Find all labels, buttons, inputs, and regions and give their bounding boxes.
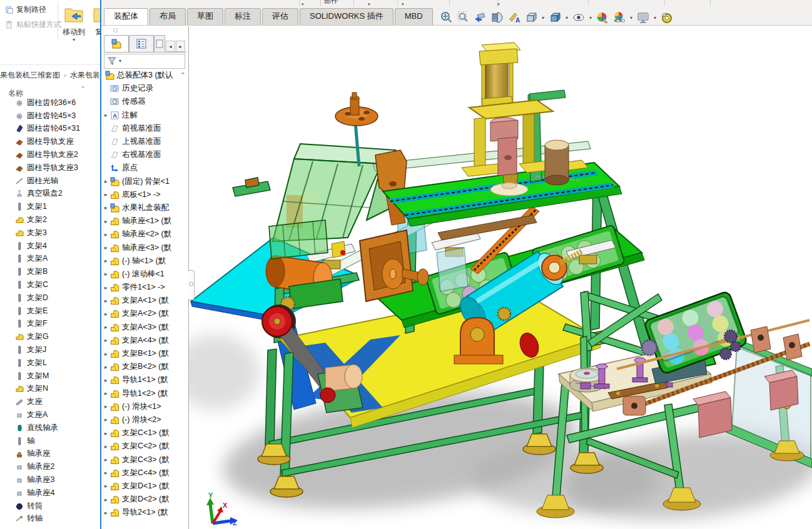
tree-item[interactable]: 原点: [102, 161, 188, 174]
expand-arrow-icon[interactable]: ▸: [104, 285, 110, 291]
apply-scene-icon[interactable]: [612, 11, 626, 24]
tree-item[interactable]: ▸(-) 滑块<1>: [102, 400, 188, 413]
file-row[interactable]: 圆柱齿轮45×31: [0, 123, 100, 136]
tree-item[interactable]: ▸水果礼盒装配: [102, 201, 188, 214]
breadcrumb[interactable]: 果包装机三维套图›水果包装: [0, 70, 101, 81]
display-style-icon[interactable]: [548, 11, 562, 24]
file-row[interactable]: 支架1: [0, 200, 100, 213]
expand-arrow-icon[interactable]: ▸: [104, 191, 110, 198]
hide-show-items-caret[interactable]: ▾: [589, 15, 592, 21]
tree-item[interactable]: ▸(-) 滑块<2>: [102, 413, 188, 426]
file-row[interactable]: 支架A: [0, 253, 100, 266]
panel-tab-scroll-left[interactable]: ◂: [166, 41, 175, 52]
tree-item[interactable]: ▸轴承座<1> (默: [102, 214, 188, 228]
expand-arrow-icon[interactable]: ▸: [104, 403, 110, 410]
partial-ribbon-button[interactable]: 部件: [324, 0, 338, 6]
tree-item[interactable]: ▸导轨1<2> (默: [102, 387, 188, 400]
tape-measure-icon[interactable]: [660, 11, 674, 24]
column-header-name[interactable]: 名称: [8, 88, 23, 99]
tree-item[interactable]: ▸导轨2<1> (默: [102, 506, 188, 519]
feature-tree[interactable]: 总装配体3 (默认历史记录传感器▸A注解前视基准面上视基准面右视基准面原点▸(固…: [102, 69, 188, 529]
expand-arrow-icon[interactable]: ▸: [104, 112, 110, 118]
tree-item[interactable]: ▸(固定) 骨架<1: [102, 175, 188, 188]
expand-arrow-icon[interactable]: ▸: [104, 258, 110, 264]
tree-item[interactable]: ▸A注解: [102, 109, 188, 122]
command-tab[interactable]: 草图: [187, 8, 223, 25]
apply-scene-caret[interactable]: ▾: [630, 15, 632, 21]
command-tab[interactable]: 布局: [150, 8, 186, 25]
tree-item[interactable]: ▸支架C<2> (默: [102, 440, 188, 453]
tree-item[interactable]: ▸轴承座<2> (默: [102, 228, 188, 241]
move-to-button[interactable]: 移动到 ▾: [60, 4, 88, 43]
tree-item[interactable]: ▸导轨1<1> (默: [102, 373, 188, 386]
tree-item[interactable]: 上视基准面: [102, 135, 188, 148]
file-row[interactable]: 支架F: [0, 318, 100, 331]
file-row[interactable]: 圆柱齿轮36×6: [0, 99, 100, 109]
expand-arrow-icon[interactable]: ▸: [104, 377, 110, 383]
view-orientation-icon[interactable]: [524, 11, 538, 24]
file-row[interactable]: 轴: [0, 435, 100, 448]
file-row[interactable]: 支架L: [0, 356, 100, 370]
tree-item[interactable]: ▸支架D<2> (默: [102, 493, 188, 506]
file-row[interactable]: 支架2: [0, 213, 100, 226]
tree-item[interactable]: ▸底板<1> ->: [102, 188, 188, 201]
expand-arrow-icon[interactable]: ▸: [104, 390, 110, 396]
expand-arrow-icon[interactable]: ▸: [104, 470, 110, 476]
tree-item[interactable]: ▸支架C<4> (默: [102, 466, 188, 480]
expand-arrow-icon[interactable]: ▸: [104, 430, 110, 436]
expand-arrow-icon[interactable]: ▸: [104, 298, 110, 304]
command-tab[interactable]: SOLIDWORKS 插件: [300, 8, 393, 25]
file-row[interactable]: 转轴: [0, 513, 100, 526]
tree-item[interactable]: ▸支架A<3> (默: [102, 321, 188, 334]
file-row[interactable]: 圆柱导轨支座: [0, 135, 100, 148]
graphics-viewport[interactable]: Y X Z: [101, 26, 812, 529]
section-view-icon[interactable]: [490, 11, 504, 24]
expand-arrow-icon[interactable]: ▸: [104, 443, 110, 450]
breadcrumb-segment[interactable]: 水果包装: [70, 71, 100, 79]
tree-item[interactable]: ▸支架D<1> (默: [102, 480, 188, 493]
file-row[interactable]: 轴承座2: [0, 460, 100, 473]
command-tab[interactable]: 评估: [262, 8, 298, 25]
file-row[interactable]: 支架4: [0, 239, 100, 253]
file-row[interactable]: 真空吸盘2: [0, 188, 100, 201]
file-row[interactable]: 支架3: [0, 226, 100, 239]
file-row[interactable]: 直线轴承: [0, 421, 100, 435]
file-row[interactable]: 转筒: [0, 500, 100, 513]
file-row[interactable]: 支架B: [0, 265, 100, 278]
expand-arrow-icon[interactable]: ▸: [104, 178, 110, 184]
tree-item[interactable]: 前视基准面: [102, 122, 188, 135]
expand-arrow-icon[interactable]: ▸: [104, 337, 110, 343]
file-row[interactable]: 支架N: [0, 383, 100, 396]
tree-item[interactable]: ▸轴承座<3> (默: [102, 241, 188, 254]
collapse-chevron-icon[interactable]: ⌃: [80, 85, 86, 93]
file-row[interactable]: 圆柱导轨支座3: [0, 161, 100, 174]
file-row[interactable]: 圆柱齿轮45×3: [0, 109, 100, 123]
expand-arrow-icon[interactable]: ▸: [104, 416, 110, 423]
tree-item[interactable]: ▸支架C<3> (默: [102, 453, 188, 466]
previous-view-icon[interactable]: [474, 11, 487, 24]
expand-arrow-icon[interactable]: ▸: [104, 231, 110, 238]
tree-filter[interactable]: ▾: [104, 54, 185, 69]
file-row[interactable]: 支架M: [0, 370, 100, 383]
file-row[interactable]: 支架J: [0, 343, 100, 356]
tree-item[interactable]: ▸支架A<2> (默: [102, 307, 188, 320]
command-tab[interactable]: MBD: [395, 8, 433, 25]
zoom-fit-icon[interactable]: [440, 11, 454, 24]
tab-configurations[interactable]: [154, 35, 165, 52]
expand-arrow-icon[interactable]: ▸: [104, 324, 110, 330]
tree-item[interactable]: 传感器: [102, 95, 188, 108]
view-settings-caret[interactable]: ▾: [654, 15, 656, 21]
tree-scroll-up-icon[interactable]: ⌃: [180, 71, 186, 79]
tree-root[interactable]: 总装配体3 (默认: [102, 69, 188, 82]
hide-show-items-icon[interactable]: [572, 11, 586, 24]
tree-item[interactable]: 右视基准面: [102, 148, 188, 161]
view-settings-icon[interactable]: [636, 11, 650, 24]
expand-arrow-icon[interactable]: ▸: [104, 271, 110, 277]
file-row[interactable]: 圆柱光轴: [0, 174, 100, 188]
file-row[interactable]: 支座A: [0, 408, 100, 421]
edit-appearance-icon[interactable]: [596, 11, 609, 24]
file-row[interactable]: 支架C: [0, 278, 100, 291]
tree-item[interactable]: 历史记录: [102, 82, 188, 95]
panel-splitter-handle[interactable]: [188, 270, 195, 300]
expand-arrow-icon[interactable]: ▸: [104, 244, 110, 251]
